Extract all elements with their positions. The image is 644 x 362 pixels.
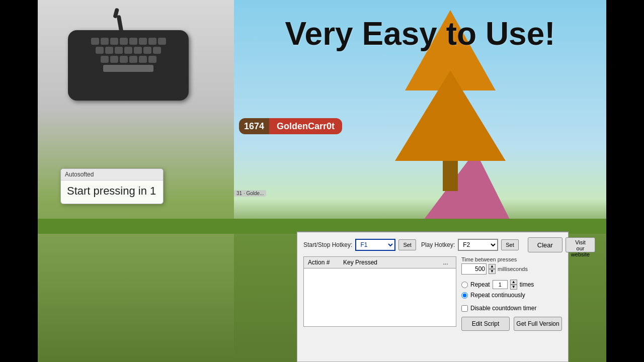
repeat-spin-down[interactable]: ▼	[510, 285, 517, 290]
spin-up-button[interactable]: ▲	[489, 264, 496, 269]
start-stop-set-button[interactable]: Set	[398, 239, 416, 250]
col-key: Key Pressed	[343, 259, 439, 266]
keyboard-row-1	[73, 38, 184, 45]
visit-website-button[interactable]: Visit our website	[566, 237, 595, 252]
key	[153, 47, 161, 54]
keyboard-row-4	[73, 65, 184, 72]
hotkey-row: Start/Stop Hotkey: F1 F2 F3 Set Play Hot…	[303, 237, 562, 252]
milliseconds-label: milliseconds	[498, 266, 528, 272]
autosofted-popup: Autosofted Start pressing in 1	[60, 168, 164, 204]
popup-message: Start pressing in 1	[61, 180, 163, 204]
play-set-button[interactable]: Set	[501, 239, 519, 250]
sidebar-left	[0, 0, 38, 362]
repeat-times-row: Repeat ▲ ▼ times	[461, 280, 562, 290]
time-between-label: Time between presses	[461, 256, 562, 262]
main-content: Action # Key Pressed ... Time between pr…	[303, 256, 562, 331]
bottom-buttons: Edit Script Get Full Version	[461, 317, 562, 331]
tree-trunk	[443, 161, 458, 191]
clear-button[interactable]: Clear	[528, 237, 562, 252]
col-more: ...	[439, 259, 452, 266]
key	[120, 56, 128, 63]
repeat-continuously-radio[interactable]	[461, 292, 468, 299]
keyboard-row-2	[73, 47, 184, 54]
key	[129, 56, 137, 63]
time-spinner: ▲ ▼	[489, 264, 496, 274]
page-title: Very Easy to Use!	[234, 15, 606, 52]
col-action: Action #	[308, 259, 343, 266]
control-panel: Start/Stop Hotkey: F1 F2 F3 Set Play Hot…	[297, 231, 569, 362]
key	[91, 38, 99, 45]
action-table: Action # Key Pressed ...	[303, 256, 456, 327]
key	[110, 38, 118, 45]
play-hotkey-select[interactable]: F2 F1 F3	[458, 239, 498, 251]
repeat-spinner: ▲ ▼	[510, 280, 517, 290]
keyboard-icon	[63, 30, 194, 116]
key	[148, 56, 156, 63]
key	[110, 56, 118, 63]
game-area: Very Easy to Use! 1674 GoldenCarr0t 31 ·…	[38, 0, 606, 362]
key	[139, 56, 147, 63]
time-input[interactable]	[461, 263, 487, 275]
repeat-label: Repeat	[470, 281, 490, 288]
char-label: 31 · Golde...	[234, 190, 266, 197]
play-hotkey-label: Play Hotkey:	[421, 241, 455, 248]
tree-mid	[395, 70, 506, 161]
key	[134, 47, 142, 54]
keyboard-row-3	[73, 56, 184, 63]
right-controls: Time between presses ▲ ▼ milliseconds	[461, 256, 562, 331]
sidebar-right	[606, 0, 644, 362]
disable-countdown-row: Disable countdown timer	[461, 305, 562, 312]
player-bar: 1674 GoldenCarr0t	[239, 118, 342, 134]
disable-countdown-checkbox[interactable]	[461, 305, 468, 312]
key	[120, 38, 128, 45]
repeat-times-input[interactable]	[493, 280, 508, 289]
player-name: GoldenCarr0t	[269, 118, 342, 134]
key	[105, 47, 113, 54]
repeat-section: Repeat ▲ ▼ times Repeat continuously	[461, 280, 562, 299]
key	[158, 38, 166, 45]
key	[139, 38, 147, 45]
key	[148, 38, 156, 45]
key	[101, 38, 109, 45]
times-label: times	[520, 281, 534, 288]
spacebar-key	[103, 65, 153, 72]
key	[129, 38, 137, 45]
repeat-continuously-label: Repeat continuously	[470, 292, 525, 299]
time-between-section: Time between presses ▲ ▼ milliseconds	[461, 256, 562, 275]
player-score: 1674	[239, 118, 269, 134]
key	[115, 47, 123, 54]
time-input-row: ▲ ▼ milliseconds	[461, 263, 562, 275]
repeat-continuously-row: Repeat continuously	[461, 292, 562, 299]
cable-icon	[117, 15, 124, 36]
popup-title: Autosofted	[61, 169, 163, 180]
disable-countdown-label: Disable countdown timer	[470, 305, 536, 312]
repeat-spin-up[interactable]: ▲	[510, 280, 517, 285]
start-stop-hotkey-select[interactable]: F1 F2 F3	[355, 239, 395, 251]
edit-script-button[interactable]: Edit Script	[461, 317, 510, 331]
key	[143, 47, 151, 54]
action-table-container: Action # Key Pressed ...	[303, 256, 456, 331]
repeat-times-radio[interactable]	[461, 282, 468, 288]
key	[101, 56, 109, 63]
table-header: Action # Key Pressed ...	[304, 257, 456, 268]
key	[124, 47, 132, 54]
spin-down-button[interactable]: ▼	[489, 269, 496, 274]
key	[96, 47, 104, 54]
start-stop-label: Start/Stop Hotkey:	[303, 241, 352, 248]
get-full-version-button[interactable]: Get Full Version	[514, 317, 562, 331]
